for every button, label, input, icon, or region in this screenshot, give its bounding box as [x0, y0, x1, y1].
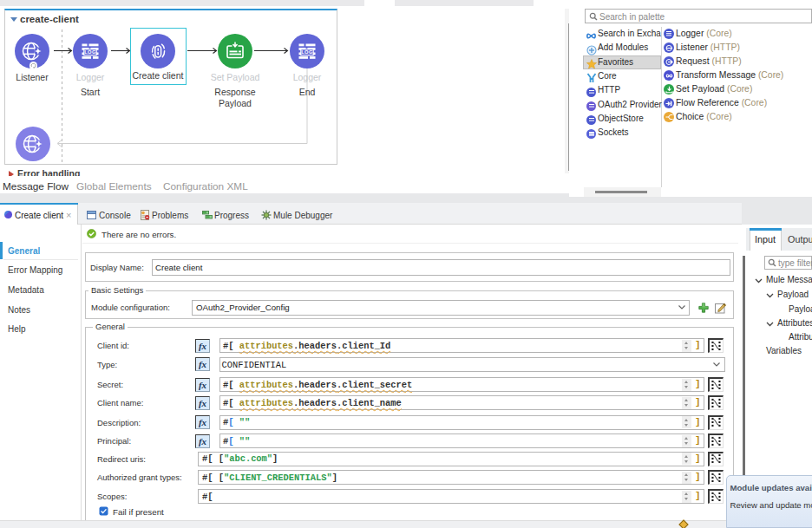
- svg-text:LOG: LOG: [84, 49, 96, 55]
- svg-text:LOG: LOG: [301, 49, 313, 55]
